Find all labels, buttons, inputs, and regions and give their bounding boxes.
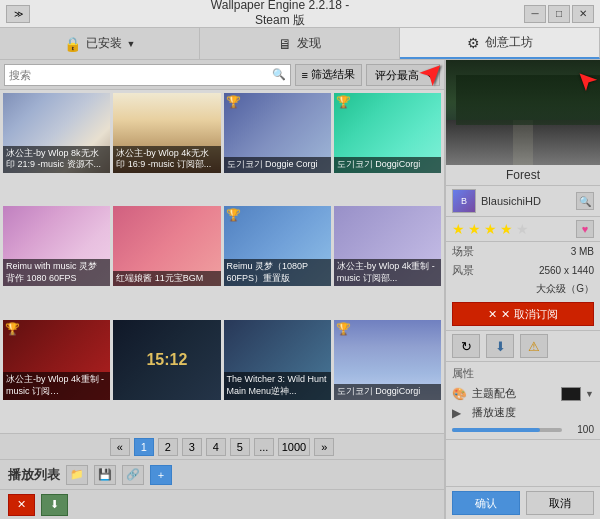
cell-label-8: 冰公主-by Wlop 4k重制 -music 订阅部... <box>334 259 441 286</box>
lock-icon: 🔒 <box>64 36 81 52</box>
size-value: 3 MB <box>571 246 594 257</box>
minimize-button[interactable]: ─ <box>524 5 546 23</box>
next-page-button[interactable]: » <box>314 438 334 456</box>
cancel-button[interactable]: 取消 <box>526 491 594 515</box>
close-button[interactable]: ✕ <box>572 5 594 23</box>
unsubscribe-button[interactable]: ✕ ✕ 取消订阅 <box>452 302 594 326</box>
cell-label-11: The Witcher 3: Wild Hunt Main Menu逆神... <box>224 372 331 399</box>
trophy-icon-9: 🏆 <box>5 322 20 336</box>
grid-cell-9[interactable]: 🏆 冰公主-by Wlop 4k重制 -music 订阅… <box>3 320 110 400</box>
page-button-1[interactable]: 1 <box>134 438 154 456</box>
heart-button[interactable]: ♥ <box>576 220 594 238</box>
speed-label: 播放速度 <box>472 405 594 420</box>
right-bottom-row: 确认 取消 <box>446 486 600 519</box>
search-row: 🔍 ≡ 筛选结果 评分最高 <box>0 60 444 90</box>
playlist-folder-button[interactable]: 📁 <box>66 465 88 485</box>
sort-select[interactable]: 评分最高 <box>366 64 440 86</box>
menu-extra[interactable]: ≫ <box>6 5 30 23</box>
author-avatar: B <box>452 189 476 213</box>
author-name: BlausichiHD <box>481 195 571 207</box>
tab-discover-label: 发现 <box>297 35 321 52</box>
playlist-add-button[interactable]: + <box>150 465 172 485</box>
tab-workshop[interactable]: ⚙ 创意工坊 <box>400 28 600 59</box>
filter-icon: ≡ <box>302 69 308 81</box>
color-prop-row: 🎨 主题配色 ▼ <box>452 384 594 403</box>
grid-cell-5[interactable]: Reimu with music 灵梦 背作 1080 60FPS <box>3 206 110 286</box>
grid-cell-4[interactable]: 🏆 도기코기 DoggiCorgi <box>334 93 441 173</box>
cell-label-1: 冰公主-by Wlop 8k无水 印 21:9 -music 资源不... <box>3 146 110 173</box>
tab-installed[interactable]: 🔒 已安装 ▼ <box>0 28 200 59</box>
speed-slider[interactable] <box>452 428 562 432</box>
speed-slider-container: 100 <box>452 422 594 437</box>
filter-label: 筛选结果 <box>311 67 355 82</box>
page-ellipsis: ... <box>254 438 274 456</box>
trophy-icon-3: 🏆 <box>226 95 241 109</box>
main-area: 🔍 ≡ 筛选结果 评分最高 冰公主-by Wlop 8k无水 印 21:9 -m… <box>0 60 600 519</box>
cell-label-10: 15:12 <box>113 347 220 372</box>
right-panel: ➤ Forest B BlausichiHD 🔍 ★ ★ ★ ★ ★ ♥ 场景 … <box>445 60 600 519</box>
cloud-download-button[interactable]: ⬇ <box>486 334 514 358</box>
page-button-3[interactable]: 3 <box>182 438 202 456</box>
cancel-label: 取消 <box>549 496 571 511</box>
grid-cell-7[interactable]: 🏆 Reimu 灵梦（1080P 60FPS）重置版 <box>224 206 331 286</box>
refresh-button[interactable]: ↻ <box>452 334 480 358</box>
filter-button[interactable]: ≡ 筛选结果 <box>295 64 362 86</box>
color-label: 主题配色 <box>472 386 557 401</box>
color-dropdown-arrow[interactable]: ▼ <box>585 389 594 399</box>
res-value: 2560 x 1440 <box>539 265 594 276</box>
playlist-link-button[interactable]: 🔗 <box>122 465 144 485</box>
download-button[interactable]: ⬇ <box>41 494 68 516</box>
speed-icon: ▶ <box>452 406 468 420</box>
palette-icon: 🎨 <box>452 387 468 401</box>
cell-label-3: 도기코기 Doggie Corgi <box>224 157 331 173</box>
cell-label-12: 도기코기 DoggiCorgi <box>334 384 441 400</box>
grid-cell-6[interactable]: 红端娘酱 11元宝BGM <box>113 206 220 286</box>
grid-cell-8[interactable]: 冰公主-by Wlop 4k重制 -music 订阅部... <box>334 206 441 286</box>
rating-row: ★ ★ ★ ★ ★ ♥ <box>446 217 600 242</box>
preview-title: Forest <box>446 165 600 186</box>
tab-workshop-label: 创意工坊 <box>485 34 533 51</box>
rating-label-row: 大众级（G） <box>446 280 600 298</box>
unsub-label: ✕ 取消订阅 <box>501 307 557 322</box>
author-search-button[interactable]: 🔍 <box>576 192 594 210</box>
preview-image: ➤ <box>446 60 600 165</box>
star-4: ★ <box>500 221 513 237</box>
speed-value: 100 <box>566 424 594 435</box>
page-button-5[interactable]: 5 <box>230 438 250 456</box>
left-panel: 🔍 ≡ 筛选结果 评分最高 冰公主-by Wlop 8k无水 印 21:9 -m… <box>0 60 445 519</box>
page-button-1000[interactable]: 1000 <box>278 438 310 456</box>
search-input[interactable] <box>9 69 272 81</box>
properties-section: 属性 🎨 主题配色 ▼ ▶ 播放速度 100 <box>446 362 600 440</box>
title-bar: ≫ Wallpaper Engine 2.2.18 - Steam 版 ─ □ … <box>0 0 600 28</box>
window-controls: ─ □ ✕ <box>524 5 594 23</box>
grid-cell-10[interactable]: 15:12 <box>113 320 220 400</box>
playlist-save-button[interactable]: 💾 <box>94 465 116 485</box>
res-row: 风景 2560 x 1440 <box>446 261 600 280</box>
playlist-label: 播放列表 <box>8 466 60 484</box>
page-button-2[interactable]: 2 <box>158 438 178 456</box>
search-box[interactable]: 🔍 <box>4 64 291 86</box>
author-row: B BlausichiHD 🔍 <box>446 186 600 217</box>
grid-cell-11[interactable]: The Witcher 3: Wild Hunt Main Menu逆神... <box>224 320 331 400</box>
monitor-icon: 🖥 <box>278 36 292 52</box>
color-swatch[interactable] <box>561 387 581 401</box>
trophy-icon-4: 🏆 <box>336 95 351 109</box>
grid-cell-12[interactable]: 🏆 도기코기 DoggiCorgi <box>334 320 441 400</box>
star-1: ★ <box>452 221 465 237</box>
tab-discover[interactable]: 🖥 发现 <box>200 28 400 59</box>
cell-label-7: Reimu 灵梦（1080P 60FPS）重置版 <box>224 259 331 286</box>
page-button-4[interactable]: 4 <box>206 438 226 456</box>
grid-cell-1[interactable]: 冰公主-by Wlop 8k无水 印 21:9 -music 资源不... <box>3 93 110 173</box>
res-label: 风景 <box>452 263 474 278</box>
warn-button[interactable]: ⚠ <box>520 334 548 358</box>
unsub-icon: ✕ <box>488 308 497 321</box>
prev-page-button[interactable]: « <box>110 438 130 456</box>
dropdown-arrow-installed: ▼ <box>127 39 136 49</box>
confirm-button[interactable]: 确认 <box>452 491 520 515</box>
delete-button[interactable]: ✕ <box>8 494 35 516</box>
grid-cell-3[interactable]: 🏆 도기코기 Doggie Corgi <box>224 93 331 173</box>
cell-label-2: 冰公主-by Wlop 4k无水 印 16:9 -music 订阅部... <box>113 146 220 173</box>
size-row: 场景 3 MB <box>446 242 600 261</box>
maximize-button[interactable]: □ <box>548 5 570 23</box>
grid-cell-2[interactable]: 冰公主-by Wlop 4k无水 印 16:9 -music 订阅部... <box>113 93 220 173</box>
